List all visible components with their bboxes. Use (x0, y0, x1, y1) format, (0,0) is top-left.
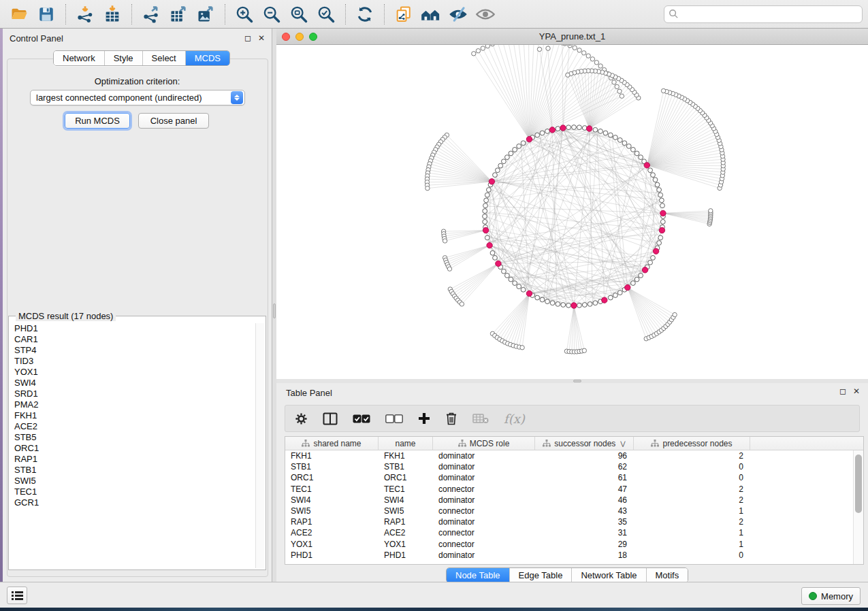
control-panel-title: Control Panel (10, 33, 63, 44)
column-header-shared-name[interactable]: shared name (285, 437, 379, 450)
tab-select[interactable]: Select (143, 51, 186, 65)
import-network-button[interactable] (71, 2, 99, 27)
column-header-mcds-role[interactable]: MCDS role (433, 437, 535, 450)
mcds-result-item[interactable]: CAR1 (10, 334, 255, 345)
table-scrollbar[interactable] (853, 450, 863, 564)
search-input[interactable] (679, 9, 858, 19)
network-canvas[interactable] (276, 45, 868, 379)
run-mcds-button[interactable]: Run MCDS (65, 113, 130, 129)
tab-node-table[interactable]: Node Table (447, 568, 510, 582)
memory-label: Memory (821, 591, 853, 601)
criterion-dropdown[interactable]: largest connected component (undirected) (30, 90, 245, 105)
select-all-icon[interactable] (353, 409, 370, 428)
control-panel-header: Control Panel ◻ ✕ (3, 29, 272, 48)
mcds-result-item[interactable]: STB1 (10, 465, 255, 476)
search-box[interactable] (664, 5, 863, 23)
float-panel-icon[interactable]: ◻ (244, 34, 251, 42)
export-image-button[interactable] (192, 2, 219, 27)
splitter-grip[interactable] (273, 303, 276, 318)
export-table-button[interactable] (165, 2, 192, 27)
tab-edge-table[interactable]: Edge Table (510, 568, 573, 582)
table-export-icon (169, 5, 188, 24)
mcds-result-item[interactable]: PHD1 (10, 323, 255, 334)
mcds-result-item[interactable]: STB5 (10, 432, 255, 443)
zoom-in-button[interactable] (231, 2, 258, 27)
close-panel-icon[interactable]: ✕ (258, 34, 265, 42)
mcds-result-item[interactable]: STP4 (10, 345, 255, 356)
mcds-result-item[interactable]: ACE2 (10, 421, 255, 432)
mcds-result-item[interactable]: SWI4 (10, 378, 255, 389)
main-toolbar (0, 0, 868, 29)
mcds-result-list: PHD1CAR1STP4TID3YOX1SWI4SRD1PMA2FKH1ACE2… (10, 323, 255, 568)
table-row[interactable]: FKH1 FKH1 dominator 96 2 (285, 450, 853, 461)
table-row[interactable]: SWI5 SWI5 connector 43 1 (285, 506, 853, 516)
open-session-button[interactable] (5, 2, 33, 27)
mcds-result-item[interactable]: RAP1 (10, 454, 255, 465)
export-network-button[interactable] (138, 2, 165, 27)
mcds-result-group: MCDS result (17 nodes) PHD1CAR1STP4TID3Y… (8, 316, 266, 570)
hide-selected-button[interactable] (445, 2, 472, 27)
first-neighbors-button[interactable] (417, 2, 445, 27)
list-icon (12, 591, 23, 600)
delete-column-icon[interactable] (445, 409, 457, 428)
eye-slash-icon (448, 5, 468, 24)
column-header-predecessor-nodes[interactable]: predecessor nodes (634, 437, 750, 450)
splitter-grip[interactable] (573, 380, 581, 382)
close-panel-button[interactable]: Close panel (138, 113, 209, 129)
close-panel-icon[interactable]: ✕ (853, 387, 860, 395)
table-row[interactable]: RAP1 RAP1 dominator 35 2 (285, 516, 853, 527)
dropdown-stepper-icon (231, 91, 243, 104)
mcds-result-item[interactable]: ORC1 (10, 443, 255, 454)
mcds-result-item[interactable]: GCR1 (10, 497, 255, 508)
memory-button[interactable]: Memory (801, 587, 861, 605)
delete-table-icon[interactable] (472, 409, 489, 428)
mcds-result-item[interactable]: YOX1 (10, 367, 255, 378)
tab-style[interactable]: Style (105, 51, 143, 65)
mcds-result-item[interactable]: FKH1 (10, 410, 255, 421)
deselect-all-icon[interactable] (385, 409, 403, 428)
tab-network[interactable]: Network (54, 51, 105, 65)
scrollbar-thumb[interactable] (855, 455, 862, 513)
mcds-list-scrollbar[interactable] (255, 323, 264, 568)
mcds-result-item[interactable]: SRD1 (10, 389, 255, 399)
float-panel-icon[interactable]: ◻ (839, 387, 846, 395)
table-row[interactable]: ACE2 ACE2 connector 31 1 (285, 527, 853, 538)
table-row[interactable]: PHD1 PHD1 dominator 18 0 (285, 550, 853, 561)
table-row[interactable]: STB1 STB1 dominator 62 0 (285, 461, 853, 472)
split-columns-icon[interactable] (323, 409, 338, 428)
network-window-titlebar[interactable]: YPA_prune.txt_1 (276, 29, 868, 45)
table-row[interactable]: TEC1 TEC1 connector 47 2 (285, 484, 853, 495)
tab-motifs[interactable]: Motifs (647, 568, 688, 582)
zoom-fit-button[interactable] (285, 2, 312, 27)
table-panel: Table Panel ◻ ✕ (276, 383, 868, 582)
import-table-button[interactable] (99, 2, 126, 27)
tab-mcds[interactable]: MCDS (186, 51, 229, 65)
save-session-button[interactable] (33, 2, 60, 27)
column-header-name[interactable]: name (379, 437, 433, 450)
column-header-filler (750, 437, 863, 450)
clone-network-button[interactable] (390, 2, 417, 27)
toolbar-separator (225, 4, 225, 24)
gear-icon[interactable] (295, 409, 308, 428)
show-all-button[interactable] (472, 2, 499, 27)
zoom-out-button[interactable] (258, 2, 285, 27)
column-header-successor-nodes[interactable]: successor nodes ⋁ (535, 437, 634, 450)
add-column-icon[interactable] (418, 409, 430, 428)
status-bar: Memory (0, 582, 868, 608)
magnifier-minus-icon (262, 5, 281, 24)
mcds-result-item[interactable]: TEC1 (10, 486, 255, 497)
application-window: Control Panel ◻ ✕ Network Style Select M… (0, 0, 868, 611)
table-panel-tabs: Node Table Edge Table Network Table Moti… (446, 567, 688, 583)
tab-network-table[interactable]: Network Table (572, 568, 646, 582)
table-row[interactable]: SWI4 SWI4 dominator 46 2 (285, 495, 853, 506)
task-history-button[interactable] (7, 587, 27, 604)
mcds-result-item[interactable]: PMA2 (10, 399, 255, 410)
column-type-icon (543, 440, 551, 447)
zoom-selected-button[interactable] (312, 2, 340, 27)
mcds-result-item[interactable]: SWI5 (10, 476, 255, 486)
mcds-result-item[interactable]: TID3 (10, 356, 255, 367)
apply-layout-button[interactable] (351, 2, 379, 27)
function-builder-icon[interactable]: f(x) (504, 409, 525, 428)
table-row[interactable]: ORC1 ORC1 dominator 61 0 (285, 472, 853, 483)
table-row[interactable]: YOX1 YOX1 connector 29 1 (285, 539, 853, 550)
